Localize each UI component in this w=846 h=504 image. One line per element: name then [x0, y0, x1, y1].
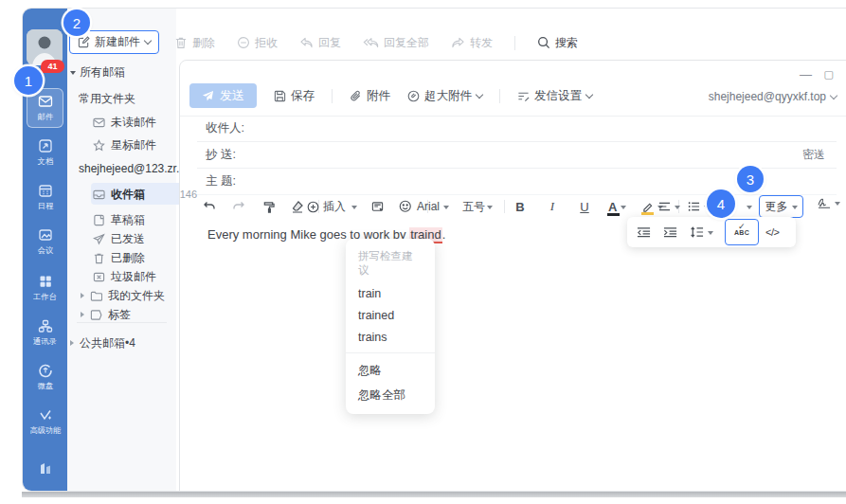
tag-icon	[90, 309, 102, 321]
font-size-select[interactable]: 五号	[462, 196, 493, 217]
chevron-right-icon	[81, 293, 87, 298]
reply-icon	[299, 37, 314, 49]
chevron-right-icon	[81, 312, 87, 317]
chevron-down-icon	[585, 90, 593, 98]
screen: 邮件 文档 日程 会议 工作台 通讯录	[0, 0, 846, 504]
clear-format-button[interactable]	[289, 196, 306, 217]
hidden-dropdown-button[interactable]	[740, 196, 757, 217]
outdent-button[interactable]	[637, 217, 651, 247]
ignore-item[interactable]: 忽略	[346, 358, 435, 383]
folder-account[interactable]: shejhejeed@123.zr...	[79, 159, 173, 178]
ignore-all-item[interactable]: 忽略全部	[346, 383, 435, 407]
folder-divider	[77, 322, 167, 323]
forward-button[interactable]: 转发	[451, 35, 493, 51]
folder-tags[interactable]: 标签	[81, 305, 185, 324]
divider	[499, 89, 500, 103]
sidebar-item-label: 邮件	[37, 111, 53, 122]
dropdown-triangle	[351, 206, 357, 212]
html-code-button[interactable]: </>	[765, 217, 779, 247]
mail-app-window: 邮件 文档 日程 会议 工作台 通讯录	[22, 8, 846, 492]
bcc-toggle[interactable]: 密送	[802, 147, 825, 163]
unread-mail-icon	[93, 117, 105, 129]
contacts-icon	[38, 318, 53, 333]
line-spacing-button[interactable]	[690, 217, 713, 247]
sidebar-item-advanced[interactable]: 高级功能	[23, 402, 67, 441]
emoji-button[interactable]	[397, 196, 414, 217]
sidebar-item-workbench[interactable]: 工作台	[23, 268, 67, 308]
bold-button[interactable]: B	[512, 196, 529, 217]
save-button[interactable]: 保存	[274, 88, 315, 104]
folder-public-mailbox[interactable]: 公共邮箱•4	[70, 333, 184, 352]
subject-label: 主 题:	[206, 173, 236, 189]
callout-4: 4	[707, 189, 735, 218]
search-button[interactable]: 搜索	[537, 35, 578, 51]
dropdown-triangle	[835, 202, 840, 208]
font-color-bar	[607, 213, 620, 216]
sender-account[interactable]: shejhejeed@qyyxkf.top	[709, 90, 837, 103]
align-button[interactable]	[658, 196, 680, 217]
send-settings-icon	[517, 90, 530, 102]
minimize-icon[interactable]: —	[800, 68, 812, 81]
delete-button[interactable]: 删除	[174, 35, 215, 51]
cc-field[interactable]: 抄 送: 密送	[197, 142, 837, 169]
workbench-icon	[38, 274, 53, 289]
send-settings-button[interactable]: 发信设置	[517, 88, 592, 104]
dropdown-triangle	[443, 206, 449, 212]
font-color-button[interactable]: A	[608, 196, 626, 217]
organization-icon[interactable]	[23, 459, 67, 476]
to-field[interactable]: 收件人:	[197, 116, 837, 142]
callout-3: 3	[737, 166, 764, 192]
chevron-down-icon	[830, 91, 837, 99]
italic-button[interactable]: I	[544, 196, 561, 217]
spell-check-button[interactable]: ✓ABC	[725, 219, 759, 245]
chevron-down-icon	[476, 90, 483, 98]
attachment-button[interactable]: 附件	[350, 88, 390, 104]
redo-button[interactable]	[230, 196, 247, 217]
callout-1: 1	[14, 66, 43, 95]
spell-suggestion[interactable]: trained	[346, 304, 435, 326]
sidebar-item-meeting[interactable]: 会议	[23, 222, 67, 261]
divider	[504, 200, 505, 213]
signature-button[interactable]	[817, 197, 840, 209]
maximize-icon[interactable]: ▢	[824, 68, 834, 81]
divider	[332, 89, 333, 103]
undo-button[interactable]	[201, 196, 218, 217]
calendar-icon	[38, 183, 53, 198]
indent-button[interactable]	[663, 217, 677, 247]
reject-button[interactable]: 拒收	[237, 35, 278, 51]
save-icon	[274, 90, 286, 102]
sidebar-item-calendar[interactable]: 日程	[23, 177, 67, 217]
dropdown-triangle	[675, 206, 680, 212]
format-painter-button[interactable]	[260, 196, 277, 217]
reply-all-button[interactable]: 回复全部	[363, 35, 429, 51]
folder-section-common: 常用文件夹	[79, 89, 173, 108]
dropdown-triangle	[792, 206, 798, 212]
dropdown-triangle	[708, 231, 713, 238]
large-attachment-button[interactable]: 超大附件	[407, 88, 482, 104]
folder-all-mail[interactable]: 所有邮箱	[70, 63, 170, 81]
font-family-select[interactable]: Arial	[417, 196, 449, 217]
draft-icon	[93, 214, 105, 226]
reply-button[interactable]: 回复	[299, 35, 341, 51]
more-tools-popup: ✓ABC </>	[627, 217, 796, 247]
send-button[interactable]: 发送	[189, 83, 257, 108]
docs-icon	[38, 138, 53, 153]
send-plane-icon	[202, 90, 214, 102]
template-button[interactable]	[369, 196, 386, 217]
more-button[interactable]: 更多	[759, 195, 803, 218]
dropdown-triangle	[747, 206, 752, 212]
sidebar-item-drive[interactable]: 微盘	[23, 357, 67, 397]
meeting-icon	[38, 227, 53, 243]
sidebar-item-docs[interactable]: 文档	[23, 133, 67, 172]
drive-icon	[38, 363, 53, 378]
spell-suggestion[interactable]: trains	[346, 326, 435, 348]
highlight-color-bar	[641, 212, 654, 215]
plus-circle-icon	[307, 201, 319, 213]
sidebar-item-contacts[interactable]: 通讯录	[23, 313, 67, 352]
menu-divider	[346, 352, 435, 353]
spell-suggestion[interactable]: train	[346, 282, 435, 304]
insert-button[interactable]: 插入	[307, 196, 357, 217]
star-icon	[93, 139, 105, 152]
underline-button[interactable]: U	[576, 196, 593, 217]
folder-panel: 所有邮箱 常用文件夹 未读邮件 424 星标邮件 shejhejeed@123.…	[67, 9, 176, 491]
